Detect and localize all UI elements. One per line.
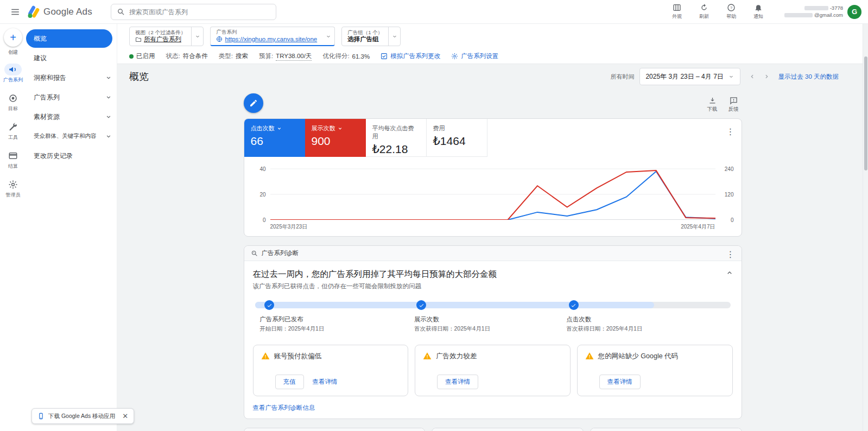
- create-button[interactable]: +: [4, 28, 22, 47]
- milestone-check-icon: [416, 300, 426, 310]
- help-button[interactable]: ? 帮助: [721, 3, 741, 20]
- chevron-right-icon: [763, 73, 770, 80]
- chart-kebab-menu[interactable]: ⋮: [725, 126, 736, 137]
- google-ads-logo-icon: [27, 5, 40, 18]
- chevron-down-icon: [105, 113, 112, 121]
- avatar[interactable]: G: [847, 5, 861, 19]
- mobile-app-promo[interactable]: 下载 Google Ads 移动应用 ✕: [31, 408, 134, 424]
- campaign-settings-button[interactable]: 广告系列设置: [451, 52, 498, 60]
- time-series-chart: 40 20 0 240 120 0: [244, 157, 742, 236]
- y-axis-right-tick: 240: [725, 166, 734, 172]
- account-info[interactable]: -3778 @gmail.com G: [784, 5, 861, 19]
- y-axis-left-tick: 20: [253, 192, 266, 198]
- adgroup-selector-dropdown[interactable]: 广告组（1 个） 选择广告组: [341, 27, 401, 46]
- rail-item-campaigns[interactable]: 广告系列: [3, 64, 23, 84]
- sidebar-item-change-history[interactable]: 更改历史记录: [26, 147, 117, 165]
- sidebar-item-assets[interactable]: 素材资源: [26, 107, 117, 126]
- view-details-button[interactable]: 查看详情: [309, 375, 341, 389]
- chevron-down-icon: [728, 73, 734, 80]
- diagnostics-kebab-menu[interactable]: ⋮: [725, 249, 736, 259]
- sidebar: 概览 建议 洞察和报告 广告系列 素材资源 受众群体、关键字和内容 更改历史记录: [26, 24, 117, 431]
- recharge-button[interactable]: 充值: [275, 375, 304, 389]
- chevron-down-icon: [276, 125, 282, 131]
- view-details-button[interactable]: 查看详情: [599, 375, 641, 389]
- phone-icon: [37, 413, 45, 420]
- svg-text:?: ?: [730, 5, 732, 10]
- notifications-button[interactable]: 通知: [749, 3, 768, 20]
- chevron-down-icon: [325, 33, 332, 40]
- view-details-button[interactable]: 查看详情: [437, 375, 478, 389]
- sidebar-item-campaigns[interactable]: 广告系列: [26, 88, 117, 106]
- edit-fab-button[interactable]: [244, 93, 263, 113]
- status-eligibility: 状态:符合条件: [166, 52, 208, 60]
- view-filter-caret[interactable]: [191, 27, 203, 46]
- metric-tab-clicks[interactable]: 点击次数 66: [244, 119, 305, 157]
- metric-tabs: 点击次数 66 展示次数 900 平均每次点击费用 ₺22.18 费用: [244, 119, 742, 157]
- x-axis-end-label: 2025年4月7日: [681, 223, 715, 231]
- y-axis-right-tick: 0: [731, 217, 734, 223]
- collapse-icon[interactable]: [725, 269, 734, 277]
- devices-card: 设备 ⋮ 各类设备的广告效果细分数据 手机: [590, 428, 742, 431]
- sidebar-item-overview[interactable]: 概览: [26, 29, 112, 48]
- metric-tab-cost[interactable]: 费用 ₺1464: [427, 119, 487, 157]
- gear-icon: [451, 53, 458, 60]
- target-icon: [8, 93, 18, 103]
- simulate-changes-button[interactable]: 模拟广告系列更改: [381, 52, 440, 60]
- sidebar-item-insights-reports[interactable]: 洞察和报告: [26, 68, 117, 87]
- hamburger-menu-icon[interactable]: [7, 3, 24, 21]
- diagnostics-header: 广告系列诊断: [262, 249, 299, 257]
- metric-tab-avg-cpc[interactable]: 平均每次点击费用 ₺22.18: [366, 119, 427, 157]
- rail-item-billing[interactable]: 结算: [4, 150, 22, 170]
- refresh-icon: [700, 3, 708, 12]
- warning-icon: [585, 352, 594, 360]
- global-search[interactable]: [111, 4, 276, 20]
- daterange-next-button[interactable]: [760, 70, 773, 83]
- diagnostics-icon: [251, 250, 258, 257]
- performance-chart-card: 点击次数 66 展示次数 900 平均每次点击费用 ₺22.18 费用: [244, 118, 742, 237]
- close-icon[interactable]: ✕: [122, 412, 128, 420]
- issue-card-ad-strength: 广告效力较差 查看详情: [415, 345, 571, 396]
- feedback-icon: [730, 97, 738, 105]
- milestone-stepper: [255, 300, 731, 310]
- pencil-icon: [249, 99, 258, 107]
- diagnostics-subtitle: 该广告系列已获得点击，但仍存在一些可能会限制投放的问题: [253, 282, 733, 290]
- rail-item-admin[interactable]: 管理员: [4, 179, 22, 199]
- warning-icon: [261, 352, 270, 360]
- view-diagnostics-link[interactable]: 查看广告系列诊断信息: [253, 404, 315, 412]
- search-input[interactable]: [129, 8, 270, 16]
- issue-card-missing-tag: 您的网站缺少 Google 代码 查看详情: [577, 345, 733, 396]
- search-icon: [117, 8, 125, 16]
- rail-item-tools[interactable]: 工具: [4, 121, 22, 141]
- campaign-selector-dropdown[interactable]: 广告系列 https://xinghuo.my.canva.site/one: [210, 27, 335, 46]
- chevron-down-icon: [105, 74, 112, 81]
- download-button[interactable]: 下载: [707, 97, 718, 113]
- view-filter-dropdown[interactable]: 视图（2 个过滤条件） 所有广告系列: [129, 27, 204, 46]
- sidebar-item-recommendations[interactable]: 建议: [26, 49, 117, 67]
- show-last-30-days-link[interactable]: 显示过去 30 天的数据: [778, 73, 839, 81]
- google-ads-logo[interactable]: Google Ads: [27, 5, 92, 18]
- campaigns-icon: [8, 65, 18, 74]
- metric-tab-impressions[interactable]: 展示次数 900: [305, 119, 366, 157]
- create-label: 创建: [8, 49, 18, 56]
- milestone-check-icon: [264, 300, 274, 310]
- y-axis-right-tick: 120: [725, 192, 734, 198]
- filter-bar: 视图（2 个过滤条件） 所有广告系列 广告系列 https://xinghuo.…: [117, 24, 868, 49]
- chevron-down-icon: [194, 33, 201, 40]
- status-budget[interactable]: 预算:TRY38.00/天: [259, 52, 312, 61]
- rail-item-goals[interactable]: 目标: [4, 92, 22, 112]
- page-scrollbar[interactable]: [863, 24, 868, 431]
- top-app-bar: Google Ads 外观 刷新 ? 帮助 通知 -3778 @gmail.co…: [0, 0, 868, 24]
- status-enabled[interactable]: 已启用: [129, 52, 155, 60]
- diagnostics-title: 在过去一周内，您的广告系列用掉了其平均每日预算的大部分金额: [253, 269, 733, 280]
- scrollbar-thumb[interactable]: [864, 56, 867, 170]
- appearance-button[interactable]: 外观: [667, 3, 687, 20]
- daterange-dropdown[interactable]: 2025年 3月 23日 – 4月 7日: [639, 68, 740, 85]
- feedback-button[interactable]: 反馈: [728, 97, 739, 113]
- billing-card-icon: [8, 151, 18, 161]
- adgroup-selector-caret[interactable]: [388, 27, 400, 46]
- refresh-button[interactable]: 刷新: [694, 3, 714, 20]
- logo-text: Google Ads: [43, 7, 92, 17]
- daterange-prev-button[interactable]: [746, 70, 759, 83]
- sidebar-item-audiences-keywords[interactable]: 受众群体、关键字和内容: [26, 127, 117, 145]
- campaign-selector-caret[interactable]: [322, 27, 334, 45]
